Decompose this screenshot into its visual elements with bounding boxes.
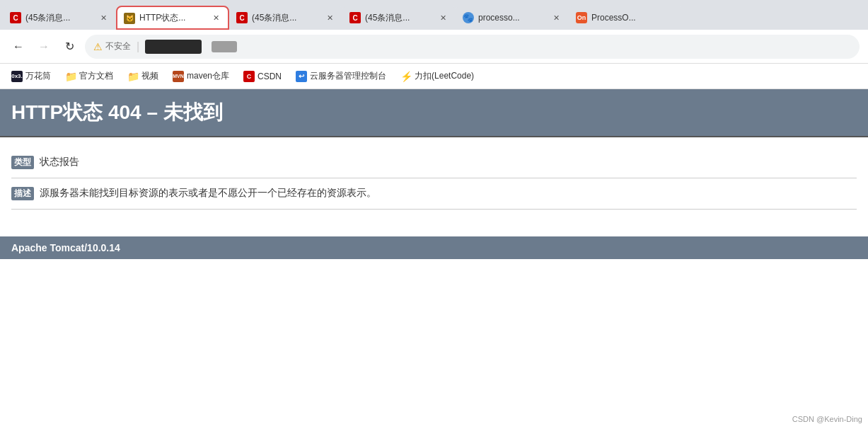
address-separator: | bbox=[137, 40, 139, 53]
tab-favicon-1: C bbox=[10, 12, 21, 23]
tab-close-5[interactable]: ✕ bbox=[550, 12, 562, 23]
tab-close-3[interactable]: ✕ bbox=[324, 12, 335, 23]
bookmark-label-6: 力扣(LeetCode) bbox=[415, 70, 474, 82]
tab-label-1: (45条消息... bbox=[25, 12, 93, 24]
type-label: 类型 bbox=[11, 156, 34, 169]
bookmark-label-1: 官方文档 bbox=[79, 70, 113, 82]
error-desc-row: 描述 源服务器未能找到目标资源的表示或者是不愿公开一个已经存在的资源表示。 bbox=[11, 187, 857, 200]
bookmark-favicon-lk: ⚡ bbox=[400, 71, 412, 82]
address-url-display bbox=[145, 40, 202, 54]
bookmark-label-0: 万花筒 bbox=[25, 70, 51, 82]
security-warning: ⚠ 不安全 bbox=[93, 40, 131, 52]
bookmark-csdn[interactable]: C CSDN bbox=[238, 69, 287, 84]
security-label: 不安全 bbox=[105, 40, 131, 52]
error-title: HTTP状态 404 – 未找到 bbox=[11, 101, 223, 123]
tab-on-process-6[interactable]: On ProcessO... bbox=[569, 6, 682, 30]
divider-2 bbox=[11, 209, 857, 210]
browser-chrome: C (45条消息... ✕ 🐱 HTTP状态... ✕ C (45条消息... … bbox=[0, 0, 868, 89]
tab-favicon-5: 🐾 bbox=[463, 12, 474, 23]
desc-value: 源服务器未能找到目标资源的表示或者是不愿公开一个已经存在的资源表示。 bbox=[40, 187, 376, 200]
tab-csdn-1[interactable]: C (45条消息... ✕ bbox=[3, 6, 116, 30]
bookmark-maven[interactable]: MVN maven仓库 bbox=[167, 68, 235, 84]
tab-label-6: ProcessO... bbox=[591, 13, 675, 23]
address-input-wrap[interactable]: ⚠ 不安全 | bbox=[85, 35, 860, 59]
tab-favicon-3: C bbox=[236, 12, 248, 23]
bookmark-leetcode[interactable]: ⚡ 力扣(LeetCode) bbox=[395, 68, 480, 84]
address-bar: ← → ↻ ⚠ 不安全 | bbox=[0, 30, 868, 64]
tab-favicon-6: On bbox=[576, 12, 587, 23]
bookmarks-bar: 0x3. 万花筒 📁 官方文档 📁 视频 MVN maven仓库 C CSDN … bbox=[0, 64, 868, 89]
tab-label-5: processo... bbox=[478, 13, 546, 23]
bookmark-label-4: CSDN bbox=[257, 72, 282, 81]
reload-button[interactable]: ↻ bbox=[59, 37, 79, 57]
bookmark-favicon-folder1: 📁 bbox=[65, 71, 76, 82]
tomcat-version: Apache Tomcat/10.0.14 bbox=[11, 242, 120, 253]
address-extra bbox=[212, 41, 237, 52]
page-content: HTTP状态 404 – 未找到 类型 状态报告 描述 源服务器未能找到目标资源… bbox=[0, 89, 868, 429]
forward-button[interactable]: → bbox=[34, 37, 54, 57]
watermark: CSDN @Kevin-Ding bbox=[792, 415, 862, 423]
tab-bar: C (45条消息... ✕ 🐱 HTTP状态... ✕ C (45条消息... … bbox=[0, 0, 868, 30]
bookmark-favicon-folder2: 📁 bbox=[127, 71, 139, 82]
bookmark-video[interactable]: 📁 视频 bbox=[122, 68, 164, 84]
tomcat-footer: Apache Tomcat/10.0.14 bbox=[0, 236, 868, 259]
error-type-row: 类型 状态报告 bbox=[11, 156, 857, 169]
error-header-banner: HTTP状态 404 – 未找到 bbox=[0, 89, 868, 137]
watermark-text: CSDN @Kevin-Ding bbox=[792, 415, 862, 423]
tab-csdn-4[interactable]: C (45条消息... ✕ bbox=[342, 6, 456, 30]
tab-http-active[interactable]: 🐱 HTTP状态... ✕ bbox=[116, 6, 229, 30]
tab-label-3: (45条消息... bbox=[252, 12, 320, 24]
type-value: 状态报告 bbox=[40, 156, 79, 168]
bookmark-label-5: 云服务器管理控制台 bbox=[310, 70, 386, 82]
bookmark-favicon-0x3: 0x3. bbox=[11, 71, 23, 82]
error-body: 类型 状态报告 描述 源服务器未能找到目标资源的表示或者是不愿公开一个已经存在的… bbox=[0, 137, 868, 229]
bookmark-guanfangwendang[interactable]: 📁 官方文档 bbox=[59, 68, 119, 84]
bookmark-favicon-mvn: MVN bbox=[173, 71, 184, 82]
tab-close-2[interactable]: ✕ bbox=[210, 13, 221, 24]
desc-label: 描述 bbox=[11, 187, 34, 200]
bookmark-wanhuatong[interactable]: 0x3. 万花筒 bbox=[6, 68, 57, 84]
bookmark-cloud-console[interactable]: ↩ 云服务器管理控制台 bbox=[290, 68, 392, 84]
bookmark-label-2: 视频 bbox=[141, 70, 158, 82]
tab-csdn-3[interactable]: C (45条消息... ✕ bbox=[229, 6, 342, 30]
tab-close-4[interactable]: ✕ bbox=[437, 12, 449, 23]
tab-favicon-4: C bbox=[349, 12, 361, 23]
bookmark-label-3: maven仓库 bbox=[187, 70, 229, 82]
tab-label-2: HTTP状态... bbox=[139, 12, 206, 24]
bookmark-favicon-csdn: C bbox=[243, 71, 255, 82]
tab-favicon-2: 🐱 bbox=[124, 13, 135, 24]
divider-1 bbox=[11, 178, 857, 178]
back-button[interactable]: ← bbox=[8, 37, 28, 57]
tab-label-4: (45条消息... bbox=[365, 12, 433, 24]
tab-close-1[interactable]: ✕ bbox=[98, 12, 109, 23]
warning-icon: ⚠ bbox=[93, 41, 103, 52]
tab-process-5[interactable]: 🐾 processo... ✕ bbox=[456, 6, 569, 30]
bookmark-favicon-cloud: ↩ bbox=[296, 71, 307, 82]
